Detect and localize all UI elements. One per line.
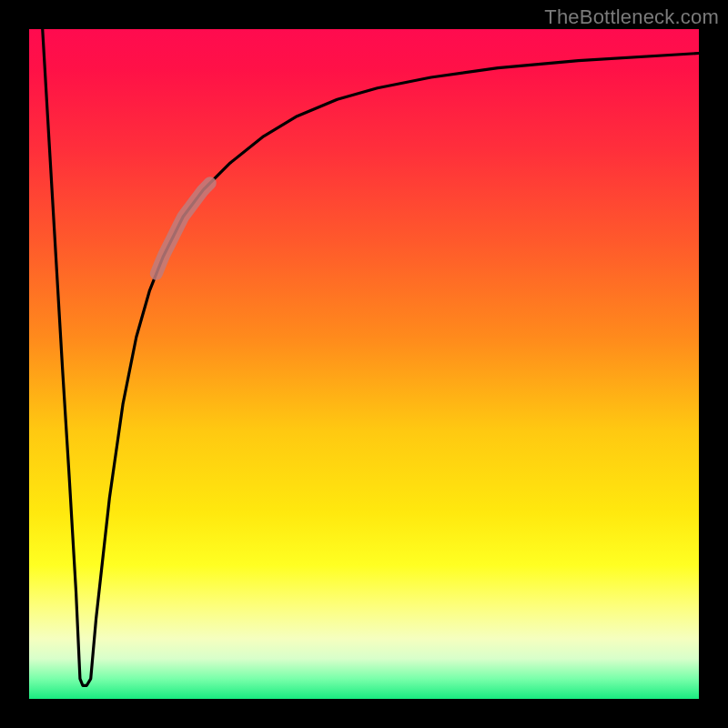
curve-layer — [29, 29, 699, 699]
plot-area — [29, 29, 699, 699]
bottleneck-curve — [43, 29, 699, 685]
chart-stage: TheBottleneck.com — [0, 0, 728, 728]
watermark-text: TheBottleneck.com — [544, 5, 719, 29]
highlight-segment — [157, 183, 210, 273]
